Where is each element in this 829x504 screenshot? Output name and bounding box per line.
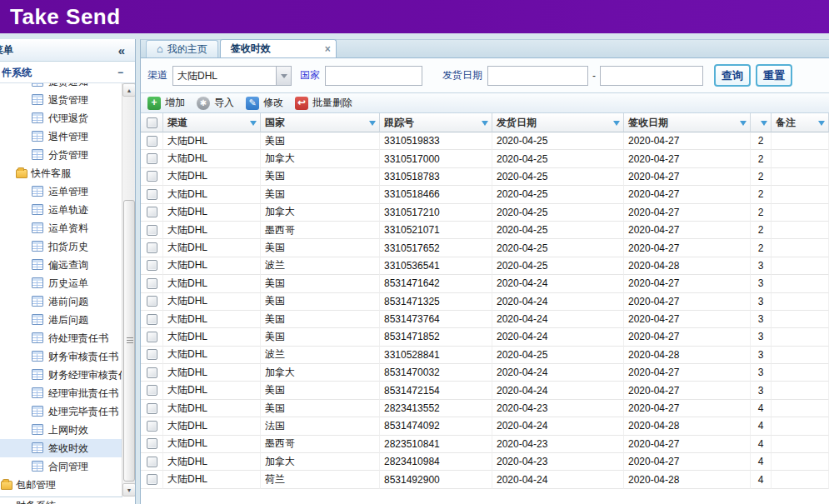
add-button[interactable]: + 增加	[147, 96, 185, 110]
sidebar-group-header[interactable]: 件系统 −	[0, 62, 135, 83]
table-row[interactable]: 大陆DHL美国28234135522020-04-232020-04-274	[141, 400, 829, 417]
batch-delete-button[interactable]: ↩ 批量删除	[295, 96, 352, 110]
reset-button[interactable]: 重置	[756, 64, 792, 87]
table-row[interactable]: 大陆DHL荷兰85314929002020-04-242020-04-284	[141, 471, 829, 488]
sidebar-item[interactable]: 偏远查询	[0, 256, 122, 274]
table-row[interactable]: 大陆DHL加拿大33105172102020-04-252020-04-272	[141, 204, 829, 222]
row-checkbox[interactable]	[147, 457, 157, 467]
sidebar-item-partial[interactable]: 财务系统	[0, 497, 122, 504]
table-row[interactable]: 大陆DHL墨西哥28235108412020-04-232020-04-274	[141, 436, 829, 453]
column-header-sign-date[interactable]: 签收日期	[624, 113, 751, 132]
column-header-channel[interactable]: 渠道	[163, 113, 261, 132]
row-checkbox[interactable]	[147, 421, 157, 432]
row-checkbox[interactable]	[147, 332, 157, 342]
row-checkbox[interactable]	[147, 438, 157, 449]
sidebar-item[interactable]: 历史运单	[0, 274, 122, 292]
ship-date-to-input[interactable]	[600, 66, 703, 86]
row-checkbox[interactable]	[147, 242, 157, 253]
row-checkbox[interactable]	[147, 403, 157, 414]
table-row[interactable]: 大陆DHL美国85314718522020-04-242020-04-273	[141, 328, 829, 346]
import-button[interactable]: ✱ 导入	[197, 96, 234, 110]
sidebar-item[interactable]: 财务审核责任书	[0, 347, 122, 366]
scroll-up-icon[interactable]: ▲	[122, 83, 136, 97]
sidebar-item[interactable]: 分货管理	[0, 146, 122, 164]
column-header-days[interactable]	[751, 113, 772, 132]
country-input[interactable]	[325, 66, 422, 86]
table-row[interactable]: 大陆DHL美国33105184662020-04-252020-04-272	[141, 186, 829, 203]
sidebar-item[interactable]: 港前问题	[0, 292, 122, 311]
sidebar-item[interactable]: 包邮管理	[0, 476, 122, 494]
sidebar-item[interactable]: 运单管理	[0, 182, 122, 201]
ship-date-from-input[interactable]	[487, 66, 588, 86]
sidebar-item[interactable]: 合同管理	[0, 457, 122, 476]
column-header-tracking[interactable]: 跟踪号	[380, 113, 492, 132]
sidebar-item[interactable]: 签收时效	[0, 439, 122, 457]
table-row[interactable]: 大陆DHL法国85314740922020-04-242020-04-284	[141, 417, 829, 435]
chevron-down-icon[interactable]	[276, 67, 291, 85]
table-row[interactable]: 大陆DHL波兰33105365412020-04-252020-04-283	[141, 257, 829, 275]
row-checkbox[interactable]	[147, 189, 157, 200]
table-row[interactable]: 大陆DHL波兰33105288412020-04-252020-04-283	[141, 347, 829, 364]
row-checkbox[interactable]	[147, 385, 157, 396]
sidebar-item[interactable]: 运单资料	[0, 219, 122, 237]
row-checkbox[interactable]	[147, 367, 157, 378]
sidebar-scrollbar[interactable]: ▲ ▼	[122, 83, 135, 497]
table-row[interactable]: 大陆DHL美国85314713252020-04-242020-04-273	[141, 293, 829, 311]
row-checkbox[interactable]	[147, 153, 157, 164]
row-checkbox[interactable]	[147, 278, 157, 289]
select-all-checkbox[interactable]	[147, 117, 157, 128]
sidebar-item[interactable]: 港后问题	[0, 311, 122, 329]
tab-home[interactable]: ⌂我的主页	[146, 40, 218, 57]
filter-icon[interactable]	[482, 121, 488, 126]
column-header-ship-date[interactable]: 发货日期	[492, 113, 624, 132]
row-checkbox[interactable]	[147, 474, 157, 485]
search-button[interactable]: 查询	[714, 64, 751, 87]
sidebar-item[interactable]: 待处理责任书	[0, 329, 122, 347]
row-checkbox[interactable]	[147, 349, 157, 360]
sidebar-item[interactable]: 扣货历史	[0, 237, 122, 256]
scrollbar-thumb[interactable]	[123, 200, 135, 482]
sidebar-item[interactable]: 代理退货	[0, 109, 122, 127]
table-row[interactable]: 大陆DHL加拿大85314700322020-04-242020-04-273	[141, 364, 829, 382]
row-checkbox[interactable]	[147, 314, 157, 325]
filter-icon[interactable]	[613, 121, 620, 126]
row-checkbox[interactable]	[147, 260, 157, 271]
edit-button[interactable]: ✎ 修改	[246, 96, 283, 110]
filter-icon[interactable]	[250, 121, 257, 126]
sidebar-item[interactable]: 上网时效	[0, 421, 122, 439]
minus-icon[interactable]: −	[117, 62, 123, 83]
table-row[interactable]: 大陆DHL美国33105187832020-04-252020-04-272	[141, 168, 829, 186]
sidebar-item[interactable]: 退货管理	[0, 91, 122, 109]
sidebar-item[interactable]: 退件管理	[0, 127, 122, 146]
table-row[interactable]: 大陆DHL美国85314721542020-04-242020-04-273	[141, 382, 829, 399]
row-checkbox[interactable]	[147, 136, 157, 147]
table-row[interactable]: 大陆DHL美国33105176522020-04-252020-04-272	[141, 239, 829, 257]
filter-icon[interactable]	[818, 121, 825, 126]
table-row[interactable]: 大陆DHL美国85314716422020-04-242020-04-273	[141, 275, 829, 292]
close-icon[interactable]: ×	[325, 41, 331, 57]
table-row[interactable]: 大陆DHL墨西哥33105210712020-04-252020-04-272	[141, 222, 829, 239]
table-row[interactable]: 大陆DHL美国85314737642020-04-242020-04-273	[141, 311, 829, 328]
table-row[interactable]: 大陆DHL加拿大28234109842020-04-232020-04-274	[141, 453, 829, 471]
column-header-remark[interactable]: 备注	[772, 113, 829, 132]
sidebar-item[interactable]: 经理审批责任书	[0, 384, 122, 402]
channel-select[interactable]: 大陆DHL	[172, 66, 292, 86]
sidebar-item[interactable]: 提货通知	[0, 83, 122, 91]
row-checkbox[interactable]	[147, 225, 157, 236]
scroll-down-icon[interactable]: ▼	[122, 483, 136, 497]
table-row[interactable]: 大陆DHL美国33105198332020-04-252020-04-272	[141, 132, 829, 150]
row-checkbox[interactable]	[147, 207, 157, 217]
filter-icon[interactable]	[369, 121, 376, 126]
filter-icon[interactable]	[761, 121, 767, 126]
row-checkbox[interactable]	[147, 171, 157, 182]
collapse-sidebar-icon[interactable]: «	[118, 39, 125, 62]
column-header-country[interactable]: 国家	[261, 113, 380, 132]
sidebar-item[interactable]: 运单轨迹	[0, 201, 122, 219]
tab-sign-time[interactable]: 签收时效 ×	[220, 39, 337, 57]
filter-icon[interactable]	[740, 121, 747, 126]
row-checkbox[interactable]	[147, 296, 157, 307]
table-row[interactable]: 大陆DHL加拿大33105170002020-04-252020-04-272	[141, 150, 829, 167]
sidebar-item[interactable]: 财务经理审核责任书	[0, 366, 122, 384]
sidebar-item[interactable]: 处理完毕责任书	[0, 402, 122, 421]
sidebar-item[interactable]: 快件客服	[0, 164, 122, 182]
